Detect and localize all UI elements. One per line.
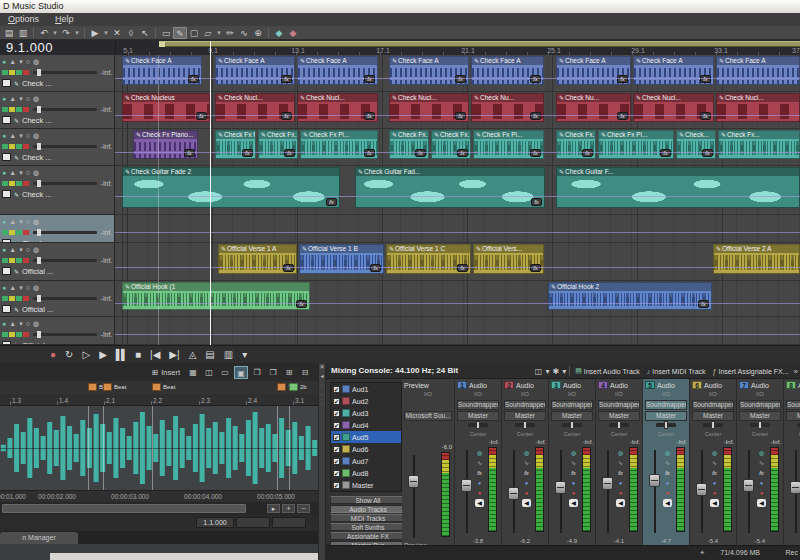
editor-selection-start-display[interactable] [236, 517, 270, 528]
fader-handle[interactable] [508, 487, 519, 500]
clip-official-verse-1-b[interactable]: ✎Official Verse 1 Bfx [299, 244, 384, 274]
mute-speaker-icon[interactable]: ◀ [710, 499, 719, 507]
track-volume-slider[interactable] [33, 333, 97, 336]
volume-envelope-line[interactable] [115, 232, 800, 233]
strip-pan-control[interactable]: Center [643, 421, 689, 438]
pan-thumb[interactable] [617, 421, 621, 429]
marker-flag-5[interactable] [289, 383, 298, 391]
fx-dropdown-icon[interactable]: ▾ [19, 245, 23, 254]
insert-button[interactable]: ⊞Insert [152, 368, 180, 377]
meter-peak-value[interactable]: -Inf. [489, 439, 499, 445]
paste-icon[interactable]: ▥ [16, 27, 30, 39]
record-arm-icon[interactable]: ● [616, 489, 625, 497]
fx-dropdown-icon[interactable]: ▾ [19, 94, 23, 103]
track-lane-1[interactable]: ✎Check Face Afx✎Check Face Afx✎Check Fac… [115, 55, 800, 92]
channel-strip-6[interactable]: 6AudioI/OSoundmapperMasterCenter-Inf.◍∿f… [690, 379, 737, 545]
playhead-cursor[interactable] [210, 41, 211, 345]
meter-peak-value[interactable]: -Inf. [677, 439, 687, 445]
track-name[interactable]: Check ... [22, 190, 52, 199]
clip-fx-badge[interactable]: fx [530, 149, 541, 157]
paint-tool-icon[interactable]: ✎ [173, 27, 187, 39]
track-content-area[interactable]: ✎Check Face Afx✎Check Face Afx✎Check Fac… [115, 55, 800, 345]
clip-check-fx-pi-[interactable]: ✎Check Fx Pi...fx [473, 130, 544, 159]
clip-fx-badge[interactable]: fx [455, 112, 466, 120]
phase-icon[interactable]: ◍ [663, 449, 672, 457]
mixer-list-item-aud1[interactable]: ✔Aud1 [331, 383, 401, 395]
clip-fx-badge[interactable]: fx [700, 112, 711, 120]
clip-official-verse-1-a[interactable]: ✎Official Verse 1 Afx [218, 244, 297, 274]
clip-fx-badge[interactable]: fx [660, 149, 671, 157]
clip-check-fx-piano-[interactable]: ✎Check Fx Piano...fx [133, 130, 198, 159]
meter-peak-value[interactable]: -Inf. [630, 439, 640, 445]
mute-button[interactable]: ○ [26, 245, 30, 254]
channel-strip-5[interactable]: 5AudioI/OSoundmapperMasterCenter-Inf.◍∿f… [643, 379, 690, 545]
checkbox[interactable]: ✔ [333, 434, 340, 441]
clip-check-fx-[interactable]: ✎Check Fx...fx [431, 130, 471, 159]
track-name[interactable]: Check ... [22, 116, 52, 125]
arm-icon[interactable]: ▲ [9, 57, 16, 66]
strip-device-button[interactable]: Soundmapper [739, 400, 781, 410]
track-name[interactable]: Official ... [22, 267, 53, 276]
meter-peak-value[interactable]: -Inf. [583, 439, 593, 445]
channel-strip-7[interactable]: 7AudioI/OSoundmapperMasterCenter-Inf.◍∿f… [737, 379, 784, 545]
tab-manager[interactable]: n Manager [0, 532, 78, 544]
view-list-icon[interactable]: ▭ [218, 366, 232, 379]
clip-check-face-a[interactable]: ✎Check Face Afx [122, 56, 202, 85]
transport-dropdown[interactable]: ▾ [242, 347, 247, 363]
selection-tool-icon[interactable]: ↖ [138, 27, 152, 39]
title-bar[interactable]: D Music Studio [0, 0, 800, 13]
solo-button[interactable]: ◍ [33, 319, 39, 328]
window-down-icon[interactable]: ⊟ [298, 366, 312, 379]
checkbox[interactable]: ✔ [333, 470, 340, 477]
mixer-list-item-aud3[interactable]: ✔Aud3 [331, 407, 401, 419]
timeline-ruler[interactable]: 5.19.113.117.121.125.129.133.137 [115, 40, 800, 55]
phase-icon[interactable]: ◍ [522, 449, 531, 457]
track-volume-slider[interactable] [33, 108, 97, 111]
clip-fx-badge[interactable]: fx [364, 149, 375, 157]
track-lane-7[interactable]: ✎Official Hook (1fx✎Official Hook 2fx [115, 281, 800, 317]
fx-chain-icon[interactable]: fx [522, 469, 531, 477]
clip-check-face-a[interactable]: ✎Check Face Afx [471, 56, 544, 85]
solo-button[interactable]: ◍ [33, 245, 39, 254]
clip-check-fx-[interactable]: ✎Check Fx...fx [258, 130, 298, 159]
clip-fx-badge[interactable]: fx [281, 112, 292, 120]
clip-check-fx-[interactable]: ✎Check Fx... [718, 130, 800, 159]
strip-pan-control[interactable]: Center [737, 421, 783, 438]
meter-peak-value[interactable]: -Inf. [724, 439, 734, 445]
mixer-list-item-master[interactable]: ✔Master [331, 479, 401, 491]
strip-pan-control[interactable]: Center [690, 421, 736, 438]
solo-button[interactable]: ◍ [33, 131, 39, 140]
clip-fx-badge[interactable]: fx [296, 300, 307, 308]
snap-button[interactable]: ▥ [224, 347, 233, 363]
track-color-box[interactable] [2, 79, 11, 87]
marker-row[interactable]: BeBeatBeat72b [0, 381, 318, 394]
record-arm-icon[interactable]: ● [569, 489, 578, 497]
track-name[interactable]: Check ... [22, 153, 52, 162]
mixer-list-item-aud7[interactable]: ✔Aud7 [331, 455, 401, 467]
save-view-dropdown-icon[interactable]: ▾ [545, 367, 549, 376]
panel-divider[interactable]: ✕◂··· [318, 363, 326, 560]
fx-chain-icon[interactable]: fx [710, 469, 719, 477]
strip-bus-button[interactable]: Master [551, 411, 593, 421]
clip-check-fx-pi-[interactable]: ✎Check Fx Pi...fx [300, 130, 378, 159]
track-header-5[interactable]: ●▲▾○◍-Inf.✎Check [0, 215, 114, 243]
clip-check-face-a[interactable]: ✎Check Face A [716, 56, 800, 85]
phase-icon[interactable]: ◍ [475, 449, 484, 457]
loop-start-handle[interactable] [159, 42, 165, 47]
clip-fx-badge[interactable]: fx [188, 75, 199, 83]
phase-icon[interactable]: ◍ [569, 449, 578, 457]
marker-flag-3[interactable] [152, 383, 161, 391]
checkbox[interactable]: ✔ [333, 398, 340, 405]
channel-strip-3[interactable]: 3AudioI/OSoundmapperMasterCenter-Inf.◍∿f… [549, 379, 596, 545]
clip-fx-badge[interactable]: fx [364, 75, 375, 83]
envelope-edit-icon[interactable]: ∿ [237, 27, 251, 39]
strip-device-button[interactable]: Soundmapper [598, 400, 640, 410]
mute-button[interactable]: ○ [26, 94, 30, 103]
mute-speaker-icon[interactable]: ◀ [616, 499, 625, 507]
meter-peak-value[interactable]: -Inf. [771, 439, 781, 445]
mute-button[interactable]: ○ [26, 283, 30, 292]
track-header-4[interactable]: ●▲▾○◍-Inf.✎Check ... [0, 166, 114, 215]
clip-check-guitar-fad-[interactable]: ✎Check Guitar Fad...fx [355, 167, 545, 208]
clip-check-nucl-[interactable]: ✎Check Nucl...fx [297, 93, 378, 122]
clip-fx-badge[interactable]: fx [530, 112, 541, 120]
